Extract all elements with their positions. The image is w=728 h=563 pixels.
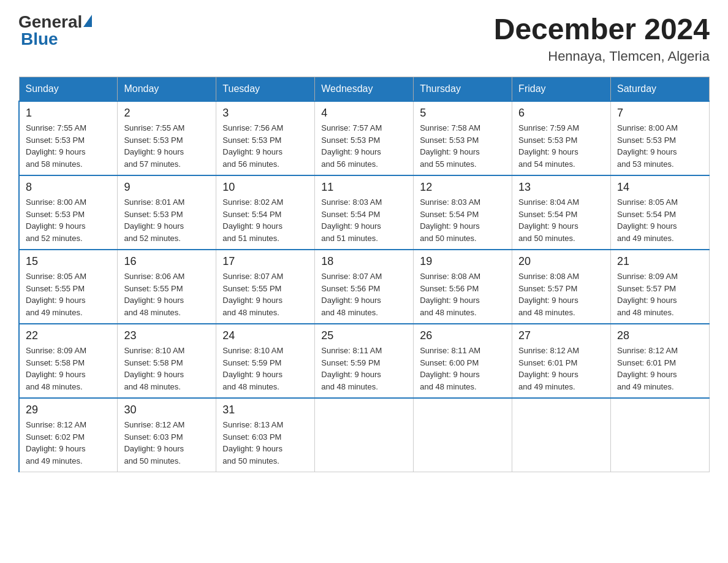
day-info: Sunrise: 7:57 AM Sunset: 5:53 PM Dayligh…: [321, 122, 407, 170]
header-saturday: Saturday: [611, 77, 710, 102]
day-info: Sunrise: 8:10 AM Sunset: 5:59 PM Dayligh…: [222, 345, 308, 393]
day-info: Sunrise: 8:05 AM Sunset: 5:54 PM Dayligh…: [617, 196, 703, 244]
day-info: Sunrise: 8:05 AM Sunset: 5:55 PM Dayligh…: [26, 270, 111, 318]
header-sunday: Sunday: [19, 77, 118, 102]
header-friday: Friday: [512, 77, 611, 102]
header-tuesday: Tuesday: [216, 77, 315, 102]
day-number: 2: [124, 107, 210, 120]
header-monday: Monday: [118, 77, 216, 102]
calendar-cell: 9 Sunrise: 8:01 AM Sunset: 5:53 PM Dayli…: [118, 175, 216, 250]
calendar-cell: 6 Sunrise: 7:59 AM Sunset: 5:53 PM Dayli…: [512, 101, 611, 175]
day-number: 18: [321, 255, 407, 268]
day-number: 22: [26, 329, 111, 342]
day-info: Sunrise: 8:03 AM Sunset: 5:54 PM Dayligh…: [321, 196, 407, 244]
day-number: 24: [222, 329, 308, 342]
day-number: 4: [321, 107, 407, 120]
day-number: 14: [617, 181, 703, 194]
calendar-cell: 1 Sunrise: 7:55 AM Sunset: 5:53 PM Dayli…: [19, 101, 118, 175]
week-row-3: 15 Sunrise: 8:05 AM Sunset: 5:55 PM Dayl…: [19, 250, 710, 324]
week-row-1: 1 Sunrise: 7:55 AM Sunset: 5:53 PM Dayli…: [19, 101, 710, 175]
day-number: 29: [26, 404, 111, 416]
calendar-cell: [512, 398, 611, 472]
header-thursday: Thursday: [414, 77, 512, 102]
calendar-cell: 7 Sunrise: 8:00 AM Sunset: 5:53 PM Dayli…: [611, 101, 710, 175]
day-number: 26: [420, 329, 506, 342]
calendar-cell: 11 Sunrise: 8:03 AM Sunset: 5:54 PM Dayl…: [315, 175, 414, 250]
day-info: Sunrise: 8:00 AM Sunset: 5:53 PM Dayligh…: [26, 196, 111, 244]
calendar-cell: 8 Sunrise: 8:00 AM Sunset: 5:53 PM Dayli…: [19, 175, 118, 250]
calendar-cell: 24 Sunrise: 8:10 AM Sunset: 5:59 PM Dayl…: [216, 324, 315, 398]
day-info: Sunrise: 8:02 AM Sunset: 5:54 PM Dayligh…: [222, 196, 308, 244]
day-number: 5: [420, 107, 506, 120]
day-number: 25: [321, 329, 407, 342]
calendar-cell: 16 Sunrise: 8:06 AM Sunset: 5:55 PM Dayl…: [118, 250, 216, 324]
day-info: Sunrise: 8:08 AM Sunset: 5:57 PM Dayligh…: [518, 270, 604, 318]
day-number: 31: [222, 404, 308, 416]
calendar-cell: 18 Sunrise: 8:07 AM Sunset: 5:56 PM Dayl…: [315, 250, 414, 324]
calendar-cell: 31 Sunrise: 8:13 AM Sunset: 6:03 PM Dayl…: [216, 398, 315, 472]
day-number: 17: [222, 255, 308, 268]
location-title: Hennaya, Tlemcen, Algeria: [494, 48, 710, 64]
week-row-5: 29 Sunrise: 8:12 AM Sunset: 6:02 PM Dayl…: [19, 398, 710, 472]
day-info: Sunrise: 8:07 AM Sunset: 5:56 PM Dayligh…: [321, 270, 407, 318]
day-number: 15: [26, 255, 111, 268]
page-header: General Blue December 2024 Hennaya, Tlem…: [18, 12, 710, 64]
week-row-2: 8 Sunrise: 8:00 AM Sunset: 5:53 PM Dayli…: [19, 175, 710, 250]
calendar-cell: 27 Sunrise: 8:12 AM Sunset: 6:01 PM Dayl…: [512, 324, 611, 398]
day-info: Sunrise: 7:58 AM Sunset: 5:53 PM Dayligh…: [420, 122, 506, 170]
calendar-cell: 23 Sunrise: 8:10 AM Sunset: 5:58 PM Dayl…: [118, 324, 216, 398]
day-info: Sunrise: 8:12 AM Sunset: 6:01 PM Dayligh…: [617, 345, 703, 393]
day-info: Sunrise: 8:08 AM Sunset: 5:56 PM Dayligh…: [420, 270, 506, 318]
title-section: December 2024 Hennaya, Tlemcen, Algeria: [494, 12, 710, 64]
calendar-cell: 21 Sunrise: 8:09 AM Sunset: 5:57 PM Dayl…: [611, 250, 710, 324]
calendar-cell: 30 Sunrise: 8:12 AM Sunset: 6:03 PM Dayl…: [118, 398, 216, 472]
calendar-cell: 10 Sunrise: 8:02 AM Sunset: 5:54 PM Dayl…: [216, 175, 315, 250]
day-info: Sunrise: 8:09 AM Sunset: 5:58 PM Dayligh…: [26, 345, 111, 393]
day-info: Sunrise: 8:06 AM Sunset: 5:55 PM Dayligh…: [124, 270, 210, 318]
day-info: Sunrise: 8:00 AM Sunset: 5:53 PM Dayligh…: [617, 122, 703, 170]
day-info: Sunrise: 7:55 AM Sunset: 5:53 PM Dayligh…: [26, 122, 111, 170]
calendar-cell: 19 Sunrise: 8:08 AM Sunset: 5:56 PM Dayl…: [414, 250, 512, 324]
day-info: Sunrise: 8:04 AM Sunset: 5:54 PM Dayligh…: [518, 196, 604, 244]
day-info: Sunrise: 8:07 AM Sunset: 5:55 PM Dayligh…: [222, 270, 308, 318]
day-info: Sunrise: 8:09 AM Sunset: 5:57 PM Dayligh…: [617, 270, 703, 318]
week-row-4: 22 Sunrise: 8:09 AM Sunset: 5:58 PM Dayl…: [19, 324, 710, 398]
calendar-cell: 12 Sunrise: 8:03 AM Sunset: 5:54 PM Dayl…: [414, 175, 512, 250]
day-number: 11: [321, 181, 407, 194]
calendar-cell: [315, 398, 414, 472]
day-number: 13: [518, 181, 604, 194]
day-info: Sunrise: 8:12 AM Sunset: 6:03 PM Dayligh…: [124, 419, 210, 467]
day-info: Sunrise: 7:55 AM Sunset: 5:53 PM Dayligh…: [124, 122, 210, 170]
header-wednesday: Wednesday: [315, 77, 414, 102]
day-number: 12: [420, 181, 506, 194]
day-number: 8: [26, 181, 111, 194]
day-info: Sunrise: 8:12 AM Sunset: 6:02 PM Dayligh…: [26, 419, 111, 467]
day-number: 3: [222, 107, 308, 120]
day-number: 28: [617, 329, 703, 342]
logo: General Blue: [18, 12, 93, 49]
day-number: 30: [124, 404, 210, 416]
day-info: Sunrise: 8:11 AM Sunset: 5:59 PM Dayligh…: [321, 345, 407, 393]
calendar-cell: 15 Sunrise: 8:05 AM Sunset: 5:55 PM Dayl…: [19, 250, 118, 324]
calendar-table: SundayMondayTuesdayWednesdayThursdayFrid…: [18, 77, 710, 472]
calendar-cell: 26 Sunrise: 8:11 AM Sunset: 6:00 PM Dayl…: [414, 324, 512, 398]
month-title: December 2024: [494, 12, 710, 46]
day-number: 23: [124, 329, 210, 342]
day-number: 20: [518, 255, 604, 268]
day-number: 10: [222, 181, 308, 194]
day-number: 1: [26, 107, 111, 120]
calendar-cell: 20 Sunrise: 8:08 AM Sunset: 5:57 PM Dayl…: [512, 250, 611, 324]
day-info: Sunrise: 7:59 AM Sunset: 5:53 PM Dayligh…: [518, 122, 604, 170]
calendar-cell: 13 Sunrise: 8:04 AM Sunset: 5:54 PM Dayl…: [512, 175, 611, 250]
calendar-cell: 14 Sunrise: 8:05 AM Sunset: 5:54 PM Dayl…: [611, 175, 710, 250]
calendar-cell: [611, 398, 710, 472]
logo-blue-text: Blue: [21, 29, 58, 48]
calendar-cell: 22 Sunrise: 8:09 AM Sunset: 5:58 PM Dayl…: [19, 324, 118, 398]
calendar-cell: 25 Sunrise: 8:11 AM Sunset: 5:59 PM Dayl…: [315, 324, 414, 398]
day-number: 21: [617, 255, 703, 268]
calendar-cell: 3 Sunrise: 7:56 AM Sunset: 5:53 PM Dayli…: [216, 101, 315, 175]
logo-triangle-icon: [83, 15, 92, 27]
calendar-cell: 4 Sunrise: 7:57 AM Sunset: 5:53 PM Dayli…: [315, 101, 414, 175]
day-number: 9: [124, 181, 210, 194]
day-number: 19: [420, 255, 506, 268]
